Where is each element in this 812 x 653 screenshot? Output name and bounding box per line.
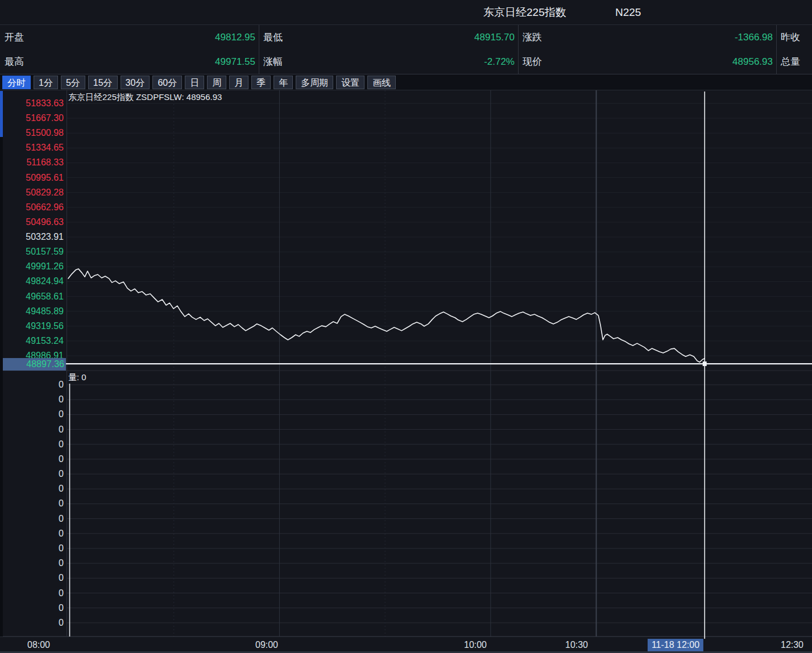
price-tick-13: 49658.61 bbox=[0, 291, 64, 302]
stat-volume-label: 总量 bbox=[781, 49, 800, 74]
price-tick-16: 49153.24 bbox=[0, 335, 64, 347]
chart-overlay-title: 东京日经225指数 ZSDPFSLW: 48956.93 bbox=[68, 92, 222, 103]
period-tab-2[interactable]: 1分 bbox=[34, 76, 58, 89]
period-tab-11[interactable]: 年 bbox=[274, 76, 293, 89]
volume-tick-14: 0 bbox=[0, 588, 64, 599]
price-tick-11: 49991.26 bbox=[0, 261, 64, 272]
time-tick-1: 09:00 bbox=[255, 639, 278, 651]
volume-tick-7: 0 bbox=[0, 483, 64, 494]
header-divider bbox=[259, 25, 259, 74]
period-tab-6[interactable]: 60分 bbox=[152, 76, 182, 89]
volume-tick-15: 0 bbox=[0, 602, 64, 614]
stat-low: 最低 48915.70 bbox=[259, 25, 518, 49]
price-tick-10: 50157.59 bbox=[0, 246, 64, 257]
price-tick-15: 49319.56 bbox=[0, 321, 64, 332]
stat-volume: 总量 bbox=[776, 49, 812, 74]
index-title: 东京日经225指数 bbox=[483, 0, 566, 24]
price-tick-9: 50323.91 bbox=[0, 231, 64, 243]
volume-tick-5: 0 bbox=[0, 454, 64, 465]
period-tab-10[interactable]: 季 bbox=[251, 76, 271, 89]
volume-tick-9: 0 bbox=[0, 513, 64, 525]
price-tick-7: 50662.96 bbox=[0, 202, 64, 213]
stat-high-label: 最高 bbox=[5, 49, 24, 74]
stat-change-pct: 涨幅 -2.72% bbox=[259, 49, 518, 74]
period-tab-9[interactable]: 月 bbox=[229, 76, 248, 89]
period-tab-7[interactable]: 日 bbox=[185, 76, 204, 89]
period-tab-12[interactable]: 多周期 bbox=[296, 76, 333, 89]
price-tick-2: 51500.98 bbox=[0, 127, 64, 139]
time-tick-5: 12:30 bbox=[781, 639, 803, 651]
volume-tick-2: 0 bbox=[0, 409, 64, 420]
volume-tick-16: 0 bbox=[0, 617, 64, 629]
price-tick-8: 50496.63 bbox=[0, 217, 64, 228]
stat-low-label: 最低 bbox=[263, 25, 283, 49]
period-tab-4[interactable]: 15分 bbox=[88, 76, 118, 89]
stat-open-value: 49812.95 bbox=[215, 25, 255, 49]
time-tick-3: 10:30 bbox=[565, 639, 588, 651]
period-tab-8[interactable]: 周 bbox=[207, 76, 226, 89]
title-row: 东京日经225指数 N225 bbox=[0, 0, 812, 25]
stat-low-value: 48915.70 bbox=[474, 25, 515, 49]
period-tab-13[interactable]: 设置 bbox=[336, 76, 364, 89]
index-symbol: N225 bbox=[615, 0, 641, 24]
stat-change: 涨跌 -1366.98 bbox=[518, 25, 776, 49]
volume-tick-13: 0 bbox=[0, 572, 64, 584]
volume-readout: 量: 0 bbox=[68, 372, 86, 383]
left-scrollbar-thumb[interactable] bbox=[0, 91, 3, 137]
chart-region[interactable]: 51833.6351667.3051500.9851334.6551168.33… bbox=[0, 90, 812, 639]
time-tick-4: 11-18 12:00 bbox=[648, 639, 703, 651]
period-tab-5[interactable]: 30分 bbox=[121, 76, 150, 89]
price-tick-3: 51334.65 bbox=[0, 142, 64, 153]
stat-last: 现价 48956.93 bbox=[518, 49, 776, 74]
volume-tick-10: 0 bbox=[0, 528, 64, 539]
price-chart-canvas[interactable] bbox=[0, 90, 812, 639]
period-tab-14[interactable]: 画线 bbox=[367, 76, 396, 89]
stat-last-value: 48956.93 bbox=[732, 49, 773, 74]
volume-tick-0: 0 bbox=[0, 379, 64, 390]
crosshair-marker bbox=[703, 361, 707, 366]
trading-terminal-window: { "window": { "title": "东京日经225指数", "sym… bbox=[0, 0, 812, 653]
stat-change-label: 涨跌 bbox=[523, 25, 542, 49]
volume-tick-6: 0 bbox=[0, 468, 64, 480]
time-axis: 08:0009:0010:0010:3011-18 12:0012:30 bbox=[0, 639, 812, 651]
price-tick-5: 50995.61 bbox=[0, 172, 64, 184]
header-divider bbox=[776, 25, 777, 74]
time-tick-0: 08:00 bbox=[27, 639, 50, 651]
volume-tick-12: 0 bbox=[0, 558, 64, 569]
stat-prev-close-label: 昨收 bbox=[781, 25, 800, 49]
stat-prev-close: 昨收 bbox=[776, 25, 812, 49]
stat-change-pct-label: 涨幅 bbox=[263, 49, 283, 74]
period-tab-1[interactable]: 分时 bbox=[2, 76, 31, 89]
quote-header: 东京日经225指数 N225 开盘 49812.95 最高 49971.55 最… bbox=[0, 0, 812, 74]
period-tab-3[interactable]: 5分 bbox=[61, 76, 85, 89]
stat-high-value: 49971.55 bbox=[215, 49, 255, 74]
crosshair-price-badge: 48897.36 bbox=[0, 358, 66, 371]
stat-open: 开盘 49812.95 bbox=[0, 25, 259, 49]
volume-tick-8: 0 bbox=[0, 498, 64, 509]
left-scrollbar-track[interactable] bbox=[0, 90, 3, 637]
period-tabbar: 分时1分5分15分30分60分日周月季年多周期设置画线 bbox=[0, 74, 812, 90]
stat-last-label: 现价 bbox=[523, 49, 542, 74]
stat-change-pct-value: -2.72% bbox=[484, 49, 515, 74]
stat-change-value: -1366.98 bbox=[735, 25, 773, 49]
price-tick-6: 50829.28 bbox=[0, 187, 64, 198]
price-tick-4: 51168.33 bbox=[0, 157, 64, 168]
volume-tick-3: 0 bbox=[0, 424, 64, 435]
price-tick-14: 49485.89 bbox=[0, 306, 64, 317]
header-divider bbox=[518, 25, 519, 74]
price-tick-0: 51833.63 bbox=[0, 98, 64, 109]
price-line-series bbox=[68, 269, 705, 362]
time-tick-2: 10:00 bbox=[464, 639, 487, 651]
volume-tick-4: 0 bbox=[0, 439, 64, 450]
stat-open-label: 开盘 bbox=[5, 25, 24, 49]
volume-tick-1: 0 bbox=[0, 394, 64, 405]
price-tick-12: 49824.94 bbox=[0, 276, 64, 287]
volume-tick-11: 0 bbox=[0, 543, 64, 554]
price-tick-1: 51667.30 bbox=[0, 113, 64, 124]
stat-high: 最高 49971.55 bbox=[0, 49, 259, 74]
